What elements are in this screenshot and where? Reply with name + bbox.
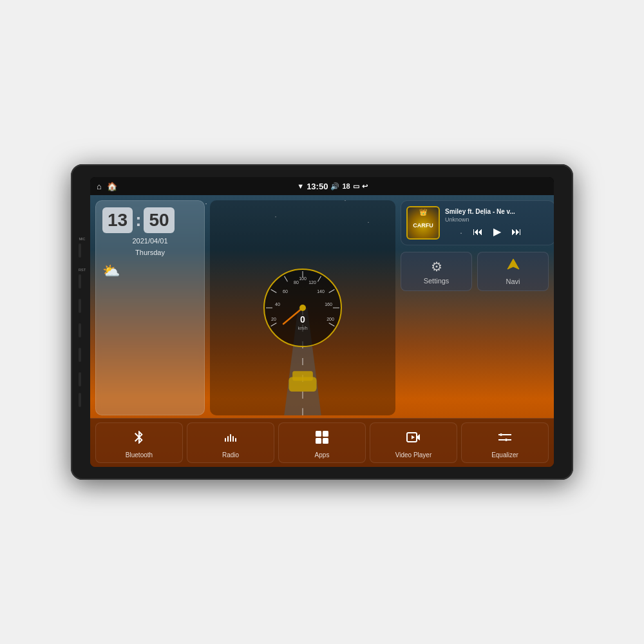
svg-text:140: 140 [317, 289, 325, 294]
rst-button[interactable] [79, 274, 81, 289]
svg-text:20: 20 [271, 317, 276, 321]
status-time: 13:50 [307, 182, 328, 191]
wifi-icon: ▼ [297, 182, 304, 190]
svg-point-24 [299, 305, 306, 311]
speedometer-panel: 20 40 60 80 100 120 140 160 200 [210, 200, 395, 415]
svg-rect-31 [232, 436, 234, 442]
equalizer-button[interactable]: Equalizer [461, 422, 549, 463]
svg-rect-3 [292, 371, 313, 381]
svg-rect-33 [316, 431, 321, 437]
bluetooth-icon [131, 430, 147, 449]
svg-text:120: 120 [308, 280, 316, 285]
video-icon [406, 430, 421, 449]
svg-rect-35 [316, 438, 321, 444]
svg-marker-27 [507, 259, 519, 269]
settings-icon: ⚙ [431, 259, 442, 274]
radio-button[interactable]: Radio [187, 422, 274, 463]
svg-rect-29 [227, 436, 229, 442]
svg-point-40 [500, 433, 502, 436]
home-button[interactable] [79, 323, 81, 337]
car-stereo-device: MIC RST ⌂ 🏠 ▼ 13:50 🔊 18 ▭ ↩ [71, 164, 573, 480]
bluetooth-button[interactable]: Bluetooth [95, 422, 183, 463]
vol-down-button[interactable] [79, 393, 81, 407]
music-info: Smiley ft. Delia - Ne v... Unknown ⏮ ▶ ⏭ [445, 208, 549, 238]
clock-day: Thursday [102, 249, 198, 256]
clock-display: 13 : 50 [102, 207, 198, 233]
svg-text:80: 80 [294, 280, 299, 285]
svg-text:40: 40 [275, 302, 280, 307]
volume-icon: 🔊 [330, 182, 339, 191]
navi-icon [506, 258, 520, 275]
svg-rect-36 [323, 438, 328, 444]
navi-label: Navi [506, 278, 520, 285]
mic-label: MIC [79, 237, 86, 241]
svg-rect-32 [235, 438, 236, 442]
main-content: 13 : 50 2021/04/01 Thursday ⛅ [90, 195, 554, 467]
bluetooth-label: Bluetooth [126, 451, 153, 459]
music-panel: 👑 CARFU Smiley ft. Delia - Ne v... Unkno… [401, 200, 554, 245]
return-icon: ↩ [362, 182, 368, 191]
equalizer-label: Equalizer [491, 451, 518, 459]
vol-up-button[interactable] [79, 372, 81, 386]
svg-rect-30 [230, 434, 231, 442]
video-player-button[interactable]: Video Player [370, 422, 457, 463]
navi-button[interactable]: Navi [477, 252, 549, 291]
album-art: 👑 CARFU [406, 206, 440, 240]
clock-minutes: 50 [144, 207, 174, 233]
apps-button[interactable]: Apps [278, 422, 366, 463]
mic-button[interactable] [79, 243, 81, 258]
bottom-bar: Bluetooth Radio [90, 418, 554, 467]
svg-text:100: 100 [299, 276, 307, 281]
right-column: 👑 CARFU Smiley ft. Delia - Ne v... Unkno… [401, 200, 549, 415]
volume-level: 18 [342, 182, 350, 190]
status-bar: ⌂ 🏠 ▼ 13:50 🔊 18 ▭ ↩ [90, 177, 554, 195]
top-panels: 13 : 50 2021/04/01 Thursday ⛅ [90, 195, 554, 418]
music-controls: ⏮ ▶ ⏭ [445, 225, 549, 238]
apps-icon [314, 430, 330, 449]
clock-panel: 13 : 50 2021/04/01 Thursday ⛅ [95, 200, 205, 415]
settings-button[interactable]: ⚙ Settings [401, 252, 472, 291]
music-top: 👑 CARFU Smiley ft. Delia - Ne v... Unkno… [406, 206, 549, 240]
svg-marker-39 [412, 435, 415, 439]
album-logo: CARFU [413, 222, 433, 229]
equalizer-icon [497, 430, 513, 449]
svg-text:160: 160 [325, 302, 332, 307]
settings-label: Settings [424, 277, 450, 285]
svg-text:60: 60 [283, 289, 288, 294]
music-artist: Unknown [445, 216, 549, 223]
quick-buttons-row: ⚙ Settings Navi [401, 252, 549, 291]
rst-label: RST [79, 268, 86, 272]
android-status-icon: 🏠 [107, 182, 117, 191]
music-title: Smiley ft. Delia - Ne v... [445, 208, 548, 215]
screen: ⌂ 🏠 ▼ 13:50 🔊 18 ▭ ↩ 13 : [90, 177, 554, 467]
video-player-label: Video Player [395, 451, 432, 459]
back-button[interactable] [79, 348, 81, 362]
clock-colon: : [135, 210, 141, 231]
svg-text:km/h: km/h [298, 326, 307, 330]
svg-text:200: 200 [327, 317, 334, 321]
next-button[interactable]: ⏭ [511, 226, 522, 238]
battery-icon: ▭ [353, 182, 359, 191]
svg-rect-28 [225, 438, 226, 442]
radio-icon [223, 430, 238, 449]
home-status-icon: ⌂ [97, 182, 102, 191]
speedometer-gauge: 20 40 60 80 100 120 140 160 200 [261, 266, 345, 350]
svg-text:0: 0 [300, 314, 305, 325]
weather-icon: ⛅ [102, 263, 198, 279]
radio-label: Radio [222, 451, 239, 459]
clock-date: 2021/04/01 [102, 237, 198, 245]
apps-label: Apps [315, 451, 330, 459]
prev-button[interactable]: ⏮ [473, 226, 483, 238]
svg-point-43 [505, 439, 507, 441]
play-button[interactable]: ▶ [493, 225, 501, 238]
clock-hours: 13 [102, 207, 133, 233]
power-button[interactable] [79, 299, 81, 313]
crown-icon: 👑 [419, 209, 427, 216]
svg-rect-34 [323, 431, 328, 437]
